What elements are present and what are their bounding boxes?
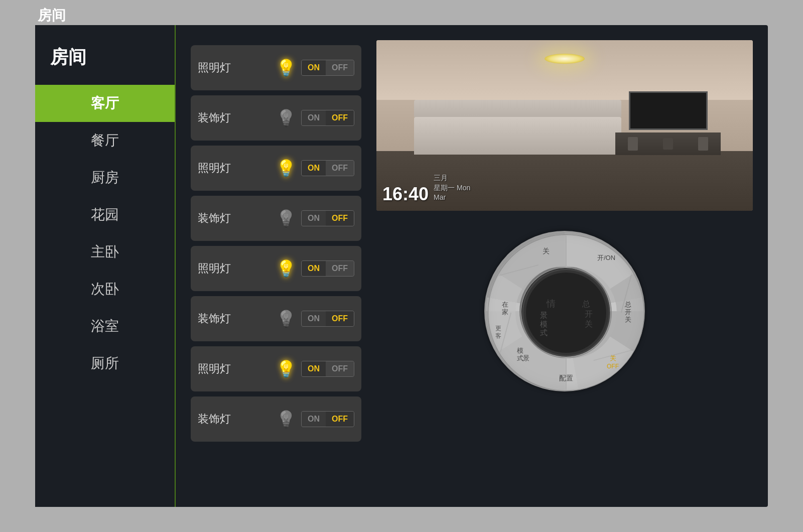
toggle-on-light7[interactable]: ON: [302, 361, 326, 376]
light-label-light8: 装饰灯: [198, 412, 271, 427]
light-label-light4: 装饰灯: [198, 211, 271, 226]
toggle-on-light3[interactable]: ON: [302, 161, 326, 176]
light-label-light7: 照明灯: [198, 361, 271, 376]
svg-text:OFF: OFF: [607, 363, 619, 370]
bulb-icon-light4: 💡: [276, 209, 296, 228]
app-title: 房间: [38, 8, 66, 23]
sidebar-items: 客厅餐厅厨房花园主卧次卧浴室厕所: [35, 85, 175, 382]
sofa-back: [414, 100, 621, 117]
light-row-light7: 照明灯💡ONOFF: [191, 346, 361, 391]
svg-text:客: 客: [495, 332, 501, 339]
toggle-on-light5[interactable]: ON: [302, 261, 326, 276]
toggle-on-light8[interactable]: ON: [302, 412, 326, 427]
lights-panel: 照明灯💡ONOFF装饰灯💡ONOFF照明灯💡ONOFF装饰灯💡ONOFF照明灯💡…: [191, 40, 361, 492]
dial-outer[interactable]: 关 开/ON 总 开 关 关 OFF 配置: [484, 231, 645, 391]
toggle-on-light2[interactable]: ON: [302, 110, 326, 125]
svg-text:开/ON: 开/ON: [597, 254, 615, 261]
svg-text:总: 总: [582, 300, 590, 308]
bulb-icon-light5: 💡: [276, 259, 296, 278]
toggle-off-light2[interactable]: OFF: [326, 110, 354, 125]
svg-text:式: 式: [517, 354, 523, 362]
bulb-icon-light3: 💡: [276, 159, 296, 178]
bulb-icon-light7: 💡: [276, 359, 296, 378]
tv-screen: [629, 91, 708, 130]
time-display: 16:40: [382, 184, 429, 205]
timestamp-overlay: 16:40 三月 星期一 Mon Mar: [382, 173, 470, 205]
room-preview: 16:40 三月 星期一 Mon Mar: [376, 40, 753, 211]
sidebar-item-garden[interactable]: 花园: [35, 196, 175, 233]
light-row-light2: 装饰灯💡ONOFF: [191, 95, 361, 141]
sidebar-item-master[interactable]: 主卧: [35, 233, 175, 271]
toggle-light3[interactable]: ONOFF: [301, 160, 354, 176]
weekday: 星期一 Mon: [434, 183, 470, 193]
sidebar-item-bath[interactable]: 浴室: [35, 308, 175, 345]
light-row-light1: 照明灯💡ONOFF: [191, 45, 361, 90]
toggle-light6[interactable]: ONOFF: [301, 311, 354, 327]
toggle-light8[interactable]: ONOFF: [301, 411, 354, 427]
toggle-light5[interactable]: ONOFF: [301, 260, 354, 277]
light-label-light1: 照明灯: [198, 60, 271, 75]
light-label-light3: 照明灯: [198, 161, 271, 176]
toggle-on-light6[interactable]: ON: [302, 311, 326, 326]
toggle-on-light1[interactable]: ON: [302, 60, 326, 75]
main-container: 房间 客厅餐厅厨房花园主卧次卧浴室厕所 照明灯💡ONOFF装饰灯💡ONOFF照明…: [35, 25, 768, 507]
svg-text:关: 关: [610, 354, 616, 362]
svg-text:模: 模: [517, 347, 523, 354]
light-label-light6: 装饰灯: [198, 311, 271, 326]
light-row-light8: 装饰灯💡ONOFF: [191, 396, 361, 442]
right-panel: 16:40 三月 星期一 Mon Mar: [376, 40, 753, 492]
ceiling-light: [545, 54, 585, 64]
bulb-icon-light1: 💡: [276, 58, 296, 77]
toggle-off-light6[interactable]: OFF: [326, 311, 354, 326]
svg-text:开: 开: [625, 308, 631, 316]
toggle-light1[interactable]: ONOFF: [301, 60, 354, 76]
svg-text:景: 景: [523, 354, 529, 362]
sofa: [414, 117, 621, 155]
svg-text:模: 模: [540, 320, 548, 328]
toggle-off-light7[interactable]: OFF: [326, 361, 354, 376]
svg-text:关: 关: [585, 320, 593, 328]
svg-text:家: 家: [502, 308, 508, 316]
toggle-on-light4[interactable]: ON: [302, 211, 326, 226]
toggle-light4[interactable]: ONOFF: [301, 210, 354, 226]
sidebar-item-toilet[interactable]: 厕所: [35, 345, 175, 382]
svg-text:总: 总: [624, 301, 631, 308]
sidebar-item-dining[interactable]: 餐厅: [35, 122, 175, 159]
toggle-off-light3[interactable]: OFF: [326, 161, 354, 176]
light-label-light2: 装饰灯: [198, 110, 271, 125]
light-row-light4: 装饰灯💡ONOFF: [191, 196, 361, 241]
tv-unit: [602, 91, 734, 168]
svg-text:更: 更: [495, 325, 501, 332]
bulb-icon-light2: 💡: [276, 108, 296, 127]
sidebar-title: 房间: [35, 35, 175, 85]
light-row-light3: 照明灯💡ONOFF: [191, 146, 361, 191]
light-row-light6: 装饰灯💡ONOFF: [191, 296, 361, 341]
sidebar-item-living[interactable]: 客厅: [35, 85, 175, 122]
toggle-off-light4[interactable]: OFF: [326, 211, 354, 226]
month-cn: 三月: [434, 173, 470, 183]
bottom-controls: 关 开/ON 总 开 关 关 OFF 配置: [376, 226, 753, 396]
sidebar-item-second[interactable]: 次卧: [35, 271, 175, 308]
svg-text:情: 情: [546, 299, 556, 309]
sidebar: 房间 客厅餐厅厨房花园主卧次卧浴室厕所: [35, 25, 176, 507]
svg-text:关: 关: [543, 247, 550, 255]
bulb-icon-light6: 💡: [276, 309, 296, 328]
toggle-off-light8[interactable]: OFF: [326, 412, 354, 427]
dial-svg: 关 开/ON 总 开 关 关 OFF 配置: [486, 232, 646, 393]
toggle-off-light1[interactable]: OFF: [326, 60, 354, 75]
circular-dial[interactable]: 关 开/ON 总 开 关 关 OFF 配置: [479, 226, 650, 396]
tv-stand: [615, 132, 721, 156]
sidebar-item-kitchen[interactable]: 厨房: [35, 159, 175, 196]
month-en: Mar: [434, 193, 470, 203]
app-title-bar: 房间: [38, 6, 66, 25]
toggle-light7[interactable]: ONOFF: [301, 361, 354, 377]
date-display: 三月 星期一 Mon Mar: [434, 173, 470, 205]
svg-text:开: 开: [585, 310, 593, 318]
toggle-light2[interactable]: ONOFF: [301, 110, 354, 126]
content-area: 照明灯💡ONOFF装饰灯💡ONOFF照明灯💡ONOFF装饰灯💡ONOFF照明灯💡…: [176, 25, 768, 507]
toggle-off-light5[interactable]: OFF: [326, 261, 354, 276]
svg-text:景: 景: [540, 311, 548, 319]
svg-text:配置: 配置: [559, 374, 573, 382]
svg-text:在: 在: [502, 301, 508, 308]
light-label-light5: 照明灯: [198, 261, 271, 276]
